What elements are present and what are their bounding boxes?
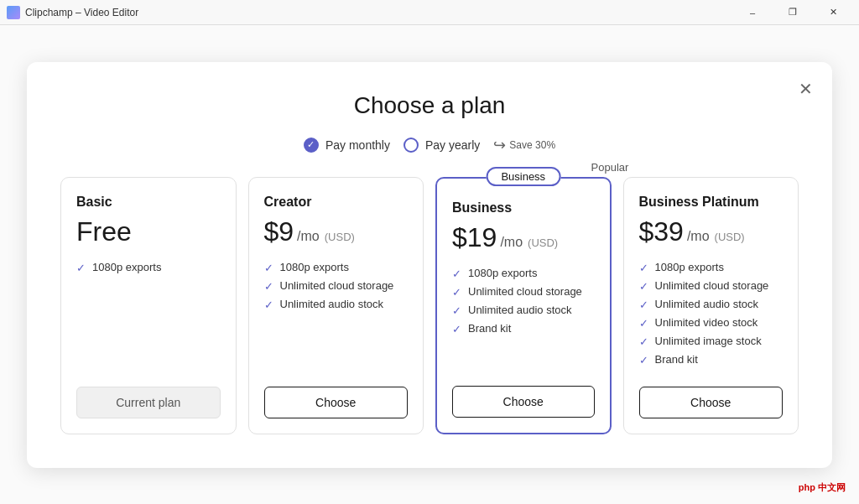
- check-icon: ✓: [264, 299, 273, 311]
- watermark: php 中文网: [799, 481, 846, 494]
- plan-card-platinum: Business Platinum $39 /mo (USD) ✓ 1080p …: [623, 177, 799, 434]
- feature-text: Brand kit: [468, 322, 511, 335]
- feature-text: 1080p exports: [655, 261, 724, 273]
- feature-item: ✓ Unlimited video stock: [639, 316, 784, 330]
- yearly-toggle[interactable]: Pay yearly: [403, 138, 480, 153]
- check-icon: ✓: [639, 262, 648, 274]
- feature-item: ✓ Unlimited audio stock: [264, 298, 409, 311]
- popular-badge: Business: [486, 167, 560, 186]
- check-icon: ✓: [639, 280, 648, 293]
- price-currency-business: (USD): [528, 236, 558, 249]
- feature-item: ✓ Unlimited image stock: [639, 335, 784, 348]
- app-title: Clipchamp – Video Editor: [25, 7, 138, 18]
- feature-item: ✓ 1080p exports: [264, 261, 409, 274]
- feature-text: 1080p exports: [468, 267, 537, 279]
- choose-business-button[interactable]: Choose: [452, 386, 595, 418]
- titlebar-left: Clipchamp – Video Editor: [7, 6, 138, 19]
- feature-text: Unlimited cloud storage: [280, 279, 394, 292]
- check-icon: ✓: [264, 262, 273, 274]
- feature-text: 1080p exports: [92, 261, 161, 273]
- feature-item: ✓ Brand kit: [639, 353, 784, 366]
- billing-toggle: Pay monthly Pay yearly ↩ Save 30%: [60, 136, 799, 154]
- titlebar-controls: – ❐ ✕: [733, 0, 852, 25]
- maximize-button[interactable]: ❐: [773, 0, 812, 25]
- feature-item: ✓ Unlimited audio stock: [452, 304, 595, 317]
- check-icon: ✓: [452, 286, 461, 299]
- check-icon: ✓: [452, 304, 461, 317]
- app-icon: [7, 6, 20, 19]
- check-icon: ✓: [639, 354, 648, 366]
- plan-price-basic: Free: [76, 216, 221, 247]
- plan-price-platinum: $39 /mo (USD): [639, 216, 784, 247]
- plan-features-basic: ✓ 1080p exports: [76, 261, 221, 372]
- feature-text: 1080p exports: [280, 261, 349, 273]
- feature-text: Brand kit: [655, 353, 698, 366]
- modal-title: Choose a plan: [60, 92, 799, 119]
- feature-item: ✓ Unlimited cloud storage: [639, 279, 784, 293]
- close-window-button[interactable]: ✕: [814, 0, 852, 25]
- save-text: Save 30%: [509, 139, 555, 151]
- feature-text: Unlimited cloud storage: [468, 285, 582, 298]
- watermark-text: php 中文网: [799, 482, 846, 492]
- plan-card-business: Business Business $19 /mo (USD) ✓ 1080p …: [435, 177, 612, 434]
- price-currency-creator: (USD): [325, 231, 355, 243]
- price-currency-platinum: (USD): [715, 231, 745, 243]
- monthly-toggle[interactable]: Pay monthly: [304, 138, 390, 153]
- titlebar: Clipchamp – Video Editor – ❐ ✕: [0, 0, 859, 25]
- yearly-label: Pay yearly: [425, 138, 480, 152]
- monthly-label: Pay monthly: [325, 138, 390, 152]
- save-badge: ↩ Save 30%: [493, 136, 555, 154]
- check-icon: ✓: [639, 335, 648, 348]
- feature-item: ✓ Brand kit: [452, 322, 595, 335]
- current-plan-button[interactable]: Current plan: [76, 387, 221, 418]
- price-amount-basic: Free: [76, 216, 132, 247]
- plan-card-creator: Creator $9 /mo (USD) ✓ 1080p exports ✓ U…: [248, 177, 424, 434]
- plan-card-basic: Basic Free ✓ 1080p exports Current plan: [60, 177, 237, 434]
- price-amount-business: $19: [452, 222, 497, 253]
- feature-item: ✓ 1080p exports: [452, 267, 595, 280]
- price-period-platinum: /mo: [687, 229, 710, 244]
- check-icon: ✓: [76, 262, 86, 274]
- plan-name-business: Business: [452, 200, 595, 216]
- plan-features-business: ✓ 1080p exports ✓ Unlimited cloud storag…: [452, 267, 595, 371]
- feature-text: Unlimited audio stock: [655, 298, 759, 310]
- save-arrow-icon: ↩: [493, 136, 506, 154]
- price-period-business: /mo: [500, 235, 523, 250]
- plan-name-creator: Creator: [264, 195, 409, 210]
- check-icon: ✓: [264, 280, 273, 293]
- feature-text: Unlimited audio stock: [468, 304, 572, 316]
- minimize-button[interactable]: –: [733, 0, 772, 25]
- plan-features-creator: ✓ 1080p exports ✓ Unlimited cloud storag…: [264, 261, 409, 372]
- app-content: ✕ Choose a plan Pay monthly Pay yearly ↩…: [0, 25, 859, 504]
- check-icon: ✓: [639, 317, 648, 330]
- price-amount-platinum: $39: [639, 216, 684, 247]
- check-icon: ✓: [639, 299, 648, 311]
- monthly-radio[interactable]: [304, 138, 319, 153]
- plan-features-platinum: ✓ 1080p exports ✓ Unlimited cloud storag…: [639, 261, 784, 372]
- plan-price-creator: $9 /mo (USD): [264, 216, 409, 247]
- yearly-radio[interactable]: [403, 138, 419, 153]
- choose-creator-button[interactable]: Choose: [264, 387, 409, 418]
- check-icon: ✓: [452, 323, 461, 335]
- feature-text: Unlimited image stock: [655, 335, 762, 347]
- popular-label-text: Popular: [591, 161, 629, 174]
- feature-item: ✓ Unlimited cloud storage: [264, 279, 409, 293]
- popular-label-container: Popular: [60, 161, 799, 174]
- feature-item: ✓ 1080p exports: [639, 261, 784, 274]
- feature-text: Unlimited audio stock: [280, 298, 384, 310]
- feature-text: Unlimited video stock: [655, 316, 758, 329]
- price-period-creator: /mo: [297, 229, 320, 244]
- choose-platinum-button[interactable]: Choose: [639, 387, 784, 418]
- plans-grid: Basic Free ✓ 1080p exports Current plan …: [60, 177, 799, 434]
- feature-text: Unlimited cloud storage: [655, 279, 769, 292]
- plan-price-business: $19 /mo (USD): [452, 222, 595, 253]
- modal-close-button[interactable]: ✕: [792, 75, 819, 102]
- feature-item: ✓ Unlimited audio stock: [639, 298, 784, 311]
- check-icon: ✓: [452, 268, 461, 280]
- pricing-modal: ✕ Choose a plan Pay monthly Pay yearly ↩…: [27, 62, 832, 468]
- feature-item: ✓ 1080p exports: [76, 261, 221, 274]
- price-amount-creator: $9: [264, 216, 294, 247]
- plan-name-basic: Basic: [76, 195, 221, 210]
- plan-name-platinum: Business Platinum: [639, 195, 784, 210]
- popular-badge-container: Business: [486, 169, 560, 184]
